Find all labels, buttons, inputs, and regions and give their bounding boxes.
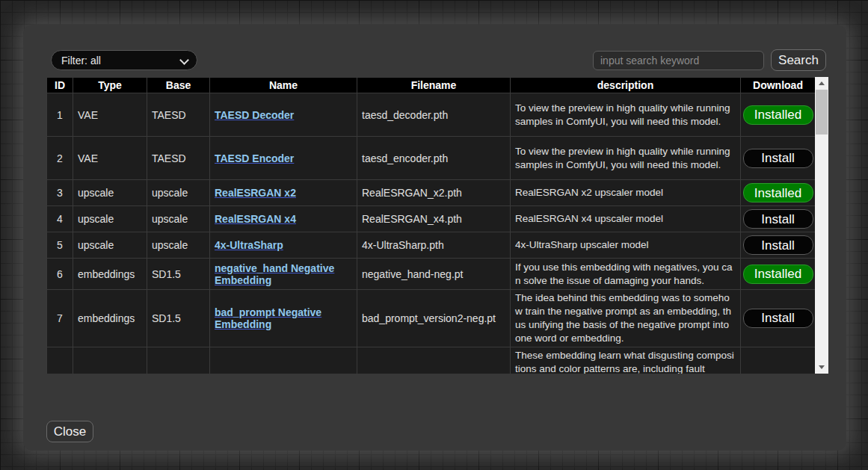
cell-filename: 4x-UltraSharp.pth	[357, 232, 511, 259]
cell-description: RealESRGAN x2 upscaler model	[511, 180, 741, 206]
cell-description: If you use this embedding with negatives…	[511, 259, 741, 290]
cell-download: Installed	[741, 180, 816, 206]
cell-download: Install	[741, 206, 816, 232]
model-table-container: ID Type Base Name Filename description D…	[46, 77, 815, 374]
cell-name: 4x-UltraSharp	[210, 232, 357, 259]
cell-id: 7	[47, 290, 73, 347]
scroll-down-icon	[819, 365, 825, 369]
table-row: These embedding learn what disgusting co…	[47, 347, 816, 374]
column-header-type: Type	[73, 78, 147, 93]
cell-download: Installed	[741, 259, 816, 290]
table-row: 4 upscale upscale RealESRGAN x4 RealESRG…	[47, 206, 816, 232]
cell-name: RealESRGAN x4	[210, 206, 357, 232]
cell-base: upscale	[147, 206, 210, 232]
scroll-up-button[interactable]	[815, 77, 828, 90]
column-header-name: Name	[210, 78, 357, 93]
model-name-link[interactable]: TAESD Decoder	[215, 109, 294, 121]
cell-id: 6	[47, 259, 73, 290]
cell-name: negative_hand Negative Embedding	[210, 259, 357, 290]
cell-base	[147, 347, 210, 374]
cell-name: TAESD Decoder	[210, 93, 357, 137]
cell-id	[47, 347, 73, 374]
cell-type: embeddings	[73, 259, 147, 290]
cell-id: 3	[47, 180, 73, 206]
install-button[interactable]: Installed	[743, 105, 813, 125]
cell-type: VAE	[73, 93, 147, 137]
model-name-link[interactable]: RealESRGAN x4	[215, 213, 296, 225]
cell-description: The idea behind this embedding was to so…	[511, 290, 741, 347]
scrollbar-track[interactable]	[815, 90, 828, 361]
table-row: 5 upscale upscale 4x-UltraSharp 4x-Ultra…	[47, 232, 816, 259]
scroll-up-icon	[819, 81, 825, 85]
cell-description: To view the preview in high quality whil…	[511, 93, 741, 137]
filter-select-wrap: Filter: all	[51, 50, 197, 70]
cell-filename: RealESRGAN_x4.pth	[357, 206, 511, 232]
scrollbar-thumb[interactable]	[816, 90, 828, 134]
cell-filename: RealESRGAN_x2.pth	[357, 180, 511, 206]
cell-filename	[357, 347, 511, 374]
cell-download	[741, 347, 816, 374]
cell-base: SD1.5	[147, 259, 210, 290]
column-header-base: Base	[147, 78, 210, 93]
table-row: 3 upscale upscale RealESRGAN x2 RealESRG…	[47, 180, 816, 206]
cell-description: RealESRGAN x4 upscaler model	[511, 206, 741, 232]
cell-filename: taesd_decoder.pth	[357, 93, 511, 137]
cell-name	[210, 347, 357, 374]
close-button[interactable]: Close	[46, 421, 93, 442]
cell-base: TAESD	[147, 137, 210, 180]
table-header-row: ID Type Base Name Filename description D…	[47, 78, 816, 93]
cell-description: To view the preview in high quality whil…	[511, 137, 741, 180]
cell-type: upscale	[73, 180, 147, 206]
cell-id: 2	[47, 137, 73, 180]
install-button[interactable]: Install	[743, 149, 813, 168]
column-header-description: description	[511, 78, 741, 93]
cell-name: TAESD Encoder	[210, 137, 357, 180]
scroll-down-button[interactable]	[815, 361, 828, 374]
cell-filename: bad_prompt_version2-neg.pt	[357, 290, 511, 347]
install-button[interactable]: Install	[743, 209, 813, 229]
cell-type: upscale	[73, 206, 147, 232]
cell-type: upscale	[73, 232, 147, 259]
model-name-link[interactable]: TAESD Encoder	[215, 152, 294, 164]
cell-name: RealESRGAN x2	[210, 180, 357, 206]
table-row: 7 embeddings SD1.5 bad_prompt Negative E…	[47, 290, 816, 347]
model-table-body: 1 VAE TAESD TAESD Decoder taesd_decoder.…	[47, 93, 816, 374]
cell-type: embeddings	[73, 290, 147, 347]
table-row: 2 VAE TAESD TAESD Encoder taesd_encoder.…	[47, 137, 816, 180]
model-name-link[interactable]: bad_prompt Negative Embedding	[215, 306, 321, 330]
install-button[interactable]: Install	[743, 309, 813, 328]
cell-base: upscale	[147, 232, 210, 259]
search-button[interactable]: Search	[771, 49, 826, 71]
table-scrollbar[interactable]	[815, 77, 828, 374]
model-name-link[interactable]: negative_hand Negative Embedding	[215, 262, 334, 286]
cell-base: upscale	[147, 180, 210, 206]
column-header-id: ID	[47, 78, 73, 93]
cell-filename: taesd_encoder.pth	[357, 137, 511, 180]
cell-download: Install	[741, 290, 816, 347]
column-header-filename: Filename	[357, 78, 511, 93]
cell-base: SD1.5	[147, 290, 210, 347]
cell-base: TAESD	[147, 93, 210, 137]
column-header-download: Download	[741, 78, 816, 93]
cell-download: Install	[741, 137, 816, 180]
filter-select[interactable]: Filter: all	[51, 50, 197, 70]
cell-id: 4	[47, 206, 73, 232]
cell-id: 1	[47, 93, 73, 137]
cell-type	[73, 347, 147, 374]
install-button[interactable]: Installed	[743, 265, 813, 284]
model-manager-dialog: Filter: all Search ID Type Base Name Fil…	[23, 25, 846, 451]
cell-description: 4x-UltraSharp upscaler model	[511, 232, 741, 259]
table-row: 6 embeddings SD1.5 negative_hand Negativ…	[47, 259, 816, 290]
model-name-link[interactable]: 4x-UltraSharp	[215, 239, 283, 251]
search-input[interactable]	[593, 51, 764, 70]
cell-description: These embedding learn what disgusting co…	[511, 347, 741, 374]
install-button[interactable]: Installed	[743, 183, 813, 202]
cell-download: Installed	[741, 93, 816, 137]
cell-type: VAE	[73, 137, 147, 180]
cell-download: Install	[741, 232, 816, 259]
install-button[interactable]: Install	[743, 235, 813, 255]
model-name-link[interactable]: RealESRGAN x2	[215, 187, 296, 199]
cell-id: 5	[47, 232, 73, 259]
table-row: 1 VAE TAESD TAESD Decoder taesd_decoder.…	[47, 93, 816, 137]
model-table: ID Type Base Name Filename description D…	[46, 77, 815, 374]
